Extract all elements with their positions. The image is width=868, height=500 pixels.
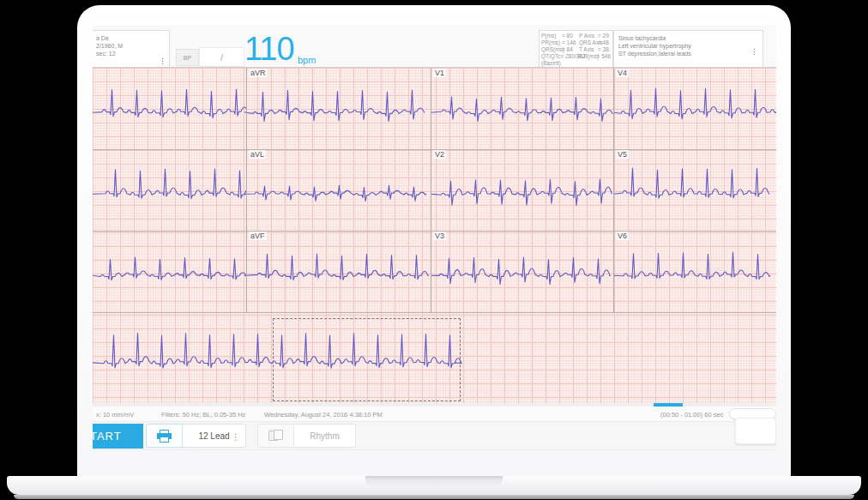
lead-label-v6: V6 xyxy=(616,232,629,240)
measurement-cell: P(ms) xyxy=(541,33,562,39)
measurements-panel: P(ms)= 80P Axis= 29PR(ms)= 146QRS Axis= … xyxy=(539,30,613,70)
bp-input[interactable]: / xyxy=(199,47,244,67)
toolbar: START 12 Lead ⋮ Rhythm xyxy=(93,422,776,450)
ecg-waveform xyxy=(613,68,776,149)
measurement-row: PR(ms)= 146QRS Axis= 48 xyxy=(541,39,611,46)
measurement-cell: = 546 xyxy=(597,53,611,60)
rhythm-button[interactable]: Rhythm xyxy=(294,424,356,448)
rhythm-selection-box[interactable] xyxy=(273,318,461,401)
measurement-cell: = 146 xyxy=(562,39,579,46)
lead-mode-label: 12 Lead xyxy=(198,431,229,441)
ecg-waveform xyxy=(613,149,776,231)
lead-label-avf: aVF xyxy=(249,232,267,240)
column-separator xyxy=(613,68,614,312)
patient-name: a De xyxy=(96,34,166,42)
measurement-row: QRS(ms)= 84T Axis= 38 xyxy=(541,46,611,53)
stage: a De 2/1960, M sec: 12 ⋮ BP / 110 bpm P(… xyxy=(0,0,868,500)
rhythm-label: Rhythm xyxy=(310,431,339,441)
measurement-row: (Bazett) xyxy=(541,60,611,67)
laptop-screen-bezel: a De 2/1960, M sec: 12 ⋮ BP / 110 bpm P(… xyxy=(77,5,791,476)
measurement-cell: (Bazett) xyxy=(541,60,562,67)
lead-label-v5: V5 xyxy=(616,150,629,159)
ecg-waveform xyxy=(246,149,431,231)
rhythm-pages-button[interactable] xyxy=(257,424,294,448)
measurement-cell: = 280/382 xyxy=(561,53,578,60)
time-range-label: (00:50 - 01:00) 60 sec xyxy=(660,411,723,419)
measurement-cell: P Axis xyxy=(579,33,598,39)
datetime-label: Wednesday, August 24, 2016 4:38:10 PM xyxy=(264,411,383,419)
start-button[interactable]: START xyxy=(93,424,143,449)
diagnosis-menu-icon[interactable]: ⋮ xyxy=(750,48,758,56)
ecg-waveform xyxy=(431,68,613,149)
ecg-grid: aVRV1V4aVLV2V5aVFV3V6 xyxy=(93,67,776,403)
ecg-waveform xyxy=(93,68,246,149)
patient-info-card[interactable]: a De 2/1960, M sec: 12 ⋮ xyxy=(93,30,170,69)
scale-label: x: 10 mm/mV xyxy=(96,411,134,419)
measurement-cell: = 48 xyxy=(598,39,611,46)
diagnosis-line: ST depression,lateral leads xyxy=(618,50,750,57)
ecg-waveform xyxy=(431,149,613,231)
column-separator xyxy=(431,68,431,312)
column-separator xyxy=(246,68,247,312)
measurement-cell: = 80 xyxy=(562,33,579,39)
measurement-row: P(ms)= 80P Axis= 29 xyxy=(541,33,611,39)
patient-elapsed-sec: sec: 12 xyxy=(96,50,166,57)
heart-rate-value: 110 xyxy=(244,31,294,68)
diagnosis-line: Left ventricular hypertrophy xyxy=(618,42,750,50)
printer-icon xyxy=(157,430,172,443)
lead-mode-dropdown[interactable]: 12 Lead ⋮ xyxy=(183,424,246,448)
bp-label: BP xyxy=(176,49,199,66)
measurement-cell: = 38 xyxy=(598,46,611,53)
diagnosis-panel: ⋮ Sinus tachycardiaLeft ventricular hype… xyxy=(613,30,763,70)
row-separator xyxy=(93,312,776,313)
lead-label-v4: V4 xyxy=(616,69,629,77)
print-button[interactable] xyxy=(146,424,183,448)
lead-label-v1: V1 xyxy=(433,69,446,77)
filters-label: Filters: 50 Hz; BL; 0.05-35 Hz xyxy=(161,411,245,419)
ecg-waveform xyxy=(613,231,776,312)
measurement-cell xyxy=(562,60,579,67)
measurement-cell xyxy=(579,60,598,67)
lead-mode-menu-icon: ⋮ xyxy=(232,432,240,442)
measurement-cell xyxy=(598,60,611,67)
measurement-cell: T Axis xyxy=(579,46,598,53)
lead-label-v3: V3 xyxy=(433,232,446,240)
ecg-waveform xyxy=(246,68,431,149)
measurement-cell: R-R(ms) xyxy=(578,53,597,60)
measurement-cell: PR(ms) xyxy=(541,39,562,46)
measurement-cell: QT/QTc xyxy=(541,53,561,60)
diagnosis-line: Sinus tachycardia xyxy=(618,34,750,42)
status-bar: x: 10 mm/mV Filters: 50 Hz; BL; 0.05-35 … xyxy=(93,407,776,422)
measurement-cell: = 29 xyxy=(598,33,611,39)
measurement-cell: = 84 xyxy=(562,46,579,53)
measurement-cell: QRS(ms) xyxy=(541,46,562,53)
bottom-right-button[interactable] xyxy=(735,418,776,444)
patient-menu-icon[interactable]: ⋮ xyxy=(159,57,166,65)
pages-icon xyxy=(268,430,284,442)
lead-label-v2: V2 xyxy=(433,150,446,159)
app-window: a De 2/1960, M sec: 12 ⋮ BP / 110 bpm P(… xyxy=(93,26,776,450)
ecg-waveform xyxy=(431,231,613,312)
laptop-notch xyxy=(365,476,503,488)
measurement-row: QT/QTc= 280/382R-R(ms)= 546 xyxy=(541,53,611,60)
laptop-base-edge xyxy=(14,495,854,499)
ecg-waveform xyxy=(93,231,246,312)
patient-birthdate-sex: 2/1960, M xyxy=(96,42,166,50)
lead-label-avr: aVR xyxy=(249,69,268,77)
measurement-cell: QRS Axis xyxy=(579,39,598,46)
ecg-waveform xyxy=(246,231,431,312)
lead-label-avl: aVL xyxy=(249,150,266,159)
heart-rate-unit: bpm xyxy=(298,55,316,65)
ecg-waveform xyxy=(93,149,246,231)
